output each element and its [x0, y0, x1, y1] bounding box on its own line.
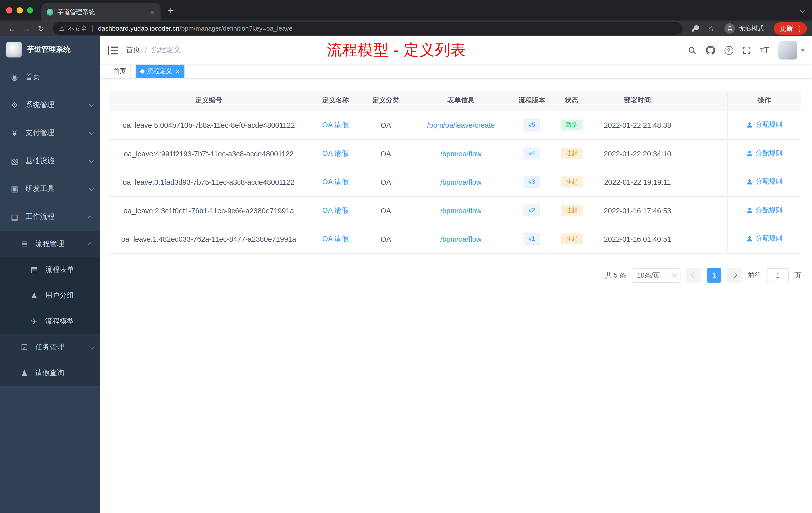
chevron-down-icon [89, 102, 94, 107]
password-key-icon[interactable] [691, 24, 699, 33]
goto-page-input[interactable]: 1 [767, 268, 789, 282]
table-row: oa_leave:1:482ec033-762a-11ec-8477-a2380… [109, 224, 801, 253]
form-icon: ▤ [30, 265, 39, 274]
browser-tab[interactable]: 芋道管理系统 × [41, 3, 161, 21]
user-avatar-menu[interactable] [778, 41, 805, 59]
definition-name-link[interactable]: OA 请假 [322, 234, 349, 242]
table-row: oa_leave:3:1fad3d93-7b75-11ec-a3c8-acde4… [109, 168, 801, 196]
filler-cell [682, 111, 727, 139]
update-button[interactable]: 更新 ⋮ [774, 22, 807, 35]
assign-rule-link[interactable]: 分配规则 [746, 149, 782, 158]
chevron-up-icon [88, 242, 93, 247]
deploy-time-cell: 2022-01-22 20:34:10 [593, 139, 682, 168]
help-icon[interactable]: ? [724, 46, 733, 55]
form-link[interactable]: /bpm/oa/flow [440, 149, 482, 158]
minimize-window-button[interactable] [17, 7, 23, 13]
back-button[interactable]: ← [5, 24, 19, 33]
category-cell: OA [363, 168, 409, 196]
tag-home[interactable]: 首页 [109, 64, 130, 78]
assign-rule-link[interactable]: 分配规则 [746, 206, 782, 215]
active-dot [140, 69, 145, 73]
total-count: 共 5 条 [605, 271, 626, 280]
sidebar-item-task-management[interactable]: ☑ 任务管理 [0, 334, 100, 360]
chevron-down-icon [89, 186, 94, 191]
assign-rule-link[interactable]: 分配规则 [746, 177, 782, 186]
tag-process-definition[interactable]: 流程定义 × [136, 64, 184, 78]
tag-close-icon[interactable]: × [175, 68, 179, 74]
definition-table: 定义编号 定义名称 定义分类 表单信息 流程版本 状态 部署时间 操作 [109, 91, 801, 253]
definition-name-link[interactable]: OA 请假 [322, 206, 349, 214]
definition-name-link[interactable]: OA 请假 [322, 177, 349, 185]
incognito-label: 无痕模式 [738, 24, 764, 33]
sidebar-item-home[interactable]: ◉ 首页 [0, 63, 100, 91]
definition-name-link[interactable]: OA 请假 [322, 149, 349, 157]
chevron-down-icon [672, 272, 677, 277]
chevron-down-icon [89, 130, 94, 135]
annotation-title: 流程模型 - 定义列表 [327, 36, 466, 64]
version-badge: v2 [523, 205, 540, 216]
divider [92, 25, 93, 32]
form-link[interactable]: /bpm/oa/flow [440, 178, 482, 186]
next-page-button[interactable] [727, 268, 742, 282]
url-host: dashboard.yudao.iocoder.cn [98, 25, 179, 32]
github-icon[interactable] [706, 46, 715, 55]
fullscreen-icon[interactable] [743, 46, 751, 55]
filler-cell [682, 196, 727, 224]
form-link[interactable]: /bpm/oa/leave/create [427, 121, 495, 129]
avatar [778, 41, 797, 59]
sidebar-item-infrastructure[interactable]: ▧ 基础设施 [0, 147, 100, 175]
sidebar-item-system-management[interactable]: ⚙ 系统管理 [0, 91, 100, 119]
pagination: 共 5 条 10条/页 1 前往 1 页 [109, 268, 801, 282]
font-size-icon[interactable]: TT [760, 46, 769, 55]
form-link[interactable]: /bpm/oa/flow [440, 235, 482, 243]
sidebar-item-process-model[interactable]: ✈ 流程模型 [0, 308, 100, 334]
sidebar-collapse-icon[interactable] [100, 46, 126, 55]
column-header-filler [682, 91, 727, 111]
close-window-button[interactable] [6, 7, 12, 13]
sidebar-item-leave-query[interactable]: ♟ 请假查询 [0, 360, 100, 386]
tab-search-chevron-icon[interactable] [800, 6, 804, 15]
bookmark-star-icon[interactable]: ☆ [708, 24, 715, 33]
assign-rule-link[interactable]: 分配规则 [746, 234, 782, 243]
forward-button[interactable]: → [20, 24, 33, 33]
deploy-time-cell: 2022-01-16 01:40:51 [593, 224, 682, 253]
form-link[interactable]: /bpm/oa/flow [440, 206, 482, 215]
navbar: 首页 / 流程定义 流程模型 - 定义列表 ? TT [100, 36, 812, 64]
page-size-select[interactable]: 10条/页 [632, 268, 680, 282]
new-tab-button[interactable]: + [168, 5, 174, 16]
search-icon[interactable] [688, 46, 696, 55]
tab-close-icon[interactable]: × [149, 7, 155, 17]
sidebar-item-dev-tools[interactable]: ▣ 研发工具 [0, 175, 100, 203]
breadcrumb: 首页 / 流程定义 [126, 46, 180, 55]
definition-name-link[interactable]: OA 请假 [322, 120, 349, 129]
paper-plane-icon: ✈ [30, 317, 39, 326]
sidebar-item-process-management[interactable]: ≣ 流程管理 [0, 231, 100, 257]
table-row: oa_leave:4:991f2193-7b7f-11ec-a3c8-acde4… [109, 139, 801, 168]
task-icon: ☑ [20, 342, 29, 352]
tags-bar: 首页 流程定义 × [100, 64, 812, 79]
users-icon: ♟ [30, 291, 39, 300]
yen-icon: ¥ [10, 129, 19, 138]
browser-menu-icon[interactable]: ⋮ [796, 25, 803, 32]
sidebar-item-payment-management[interactable]: ¥ 支付管理 [0, 119, 100, 147]
sidebar-item-process-form[interactable]: ▤ 流程表单 [0, 257, 100, 282]
sidebar-item-workflow[interactable]: ▦ 工作流程 [0, 203, 100, 231]
version-badge: v5 [523, 119, 540, 131]
address-bar[interactable]: ⚠ 不安全 dashboard.yudao.iocoder.cn/bpm/man… [53, 22, 682, 35]
page-number-button[interactable]: 1 [707, 268, 721, 282]
assign-rule-link[interactable]: 分配规则 [746, 120, 782, 129]
chevron-down-icon [89, 158, 94, 163]
breadcrumb-home[interactable]: 首页 [126, 46, 140, 55]
zoom-window-button[interactable] [27, 7, 33, 13]
list-icon: ≣ [20, 239, 29, 248]
sidebar-item-user-group[interactable]: ♟ 用户分组 [0, 282, 100, 308]
deploy-time-cell: 2022-01-22 19:19:11 [593, 168, 682, 196]
column-header: 状态 [550, 91, 593, 111]
page-content: 定义编号 定义名称 定义分类 表单信息 流程版本 状态 部署时间 操作 [100, 79, 812, 513]
app-logo[interactable]: 芋道管理系统 [0, 36, 100, 63]
status-badge: 挂起 [561, 233, 583, 244]
prev-page-button[interactable] [686, 268, 701, 282]
reload-button[interactable]: ↻ [34, 24, 48, 33]
column-header: 定义分类 [363, 91, 409, 111]
security-label: 不安全 [68, 24, 87, 33]
